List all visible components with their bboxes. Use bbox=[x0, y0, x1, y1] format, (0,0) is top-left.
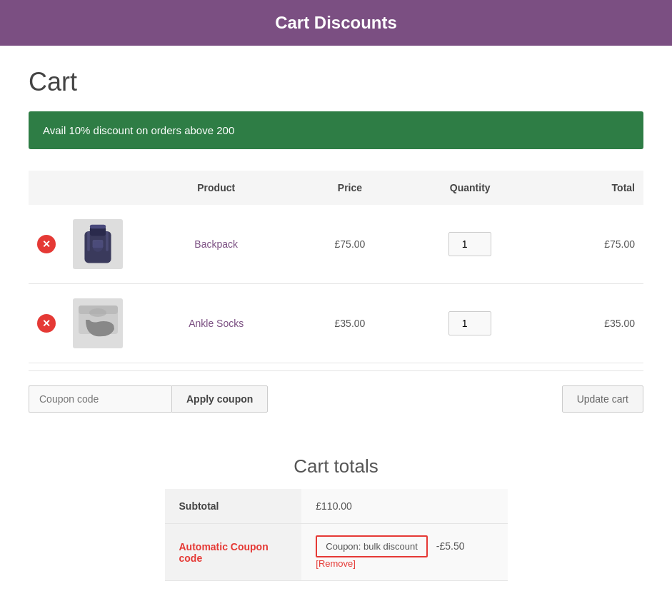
backpack-name[interactable]: Backpack bbox=[136, 205, 296, 284]
coupon-left: Apply coupon bbox=[29, 385, 268, 413]
cart-row-backpack: ✕ bbox=[29, 205, 643, 284]
coupon-row-totals: Automatic Coupon code Coupon: bulk disco… bbox=[165, 524, 508, 581]
cart-table: Product Price Quantity Total ✕ bbox=[29, 171, 643, 363]
svg-point-6 bbox=[93, 241, 104, 251]
cart-totals-table: Subtotal £110.00 Automatic Coupon code C… bbox=[165, 489, 508, 581]
subtotal-row: Subtotal £110.00 bbox=[165, 489, 508, 524]
page-content: Cart Avail 10% discount on orders above … bbox=[0, 46, 672, 602]
svg-point-9 bbox=[89, 308, 106, 317]
discount-notice: Avail 10% discount on orders above 200 bbox=[29, 111, 643, 149]
remove-socks-cell: ✕ bbox=[29, 284, 64, 363]
cart-table-header: Product Price Quantity Total bbox=[29, 171, 643, 205]
socks-qty-input[interactable] bbox=[448, 311, 491, 335]
cart-row-ankle-socks: ✕ Ankle Socks bbox=[29, 284, 643, 363]
remove-coupon-link[interactable]: [Remove] bbox=[316, 558, 356, 569]
col-remove-header bbox=[29, 171, 64, 205]
col-total-header: Total bbox=[537, 171, 643, 205]
remove-socks-button[interactable]: ✕ bbox=[37, 314, 56, 333]
coupon-label: Automatic Coupon code bbox=[165, 524, 302, 581]
coupon-input[interactable] bbox=[29, 385, 171, 413]
backpack-image-cell bbox=[64, 205, 136, 284]
coupon-code-cell: Coupon: bulk discount -£5.50 [Remove] bbox=[301, 524, 507, 581]
subtotal-label: Subtotal bbox=[165, 489, 302, 524]
socks-image bbox=[73, 298, 123, 348]
col-price-header: Price bbox=[296, 171, 403, 205]
svg-rect-5 bbox=[90, 224, 106, 228]
subtotal-value: £110.00 bbox=[301, 489, 507, 524]
site-title: Cart Discounts bbox=[14, 13, 658, 33]
backpack-total: £75.00 bbox=[537, 205, 643, 284]
socks-price: £35.00 bbox=[296, 284, 403, 363]
page-title: Cart bbox=[29, 67, 643, 97]
backpack-price: £75.00 bbox=[296, 205, 403, 284]
socks-image-cell bbox=[64, 284, 136, 363]
svg-rect-4 bbox=[106, 231, 109, 251]
site-header: Cart Discounts bbox=[0, 0, 672, 46]
cart-totals-section: Cart totals Subtotal £110.00 Automatic C… bbox=[29, 455, 643, 581]
backpack-image bbox=[73, 219, 123, 269]
coupon-code-badge: Coupon: bulk discount bbox=[316, 535, 428, 557]
svg-rect-3 bbox=[87, 231, 90, 251]
socks-name[interactable]: Ankle Socks bbox=[136, 284, 296, 363]
update-cart-button[interactable]: Update cart bbox=[562, 385, 643, 413]
socks-total: £35.00 bbox=[537, 284, 643, 363]
discount-amount: -£5.50 bbox=[436, 540, 465, 552]
socks-qty-cell bbox=[403, 284, 537, 363]
coupon-row: Apply coupon Update cart bbox=[29, 370, 643, 427]
backpack-qty-cell bbox=[403, 205, 537, 284]
apply-coupon-button[interactable]: Apply coupon bbox=[171, 385, 268, 413]
remove-backpack-button[interactable]: ✕ bbox=[37, 235, 56, 253]
col-product-header: Product bbox=[136, 171, 296, 205]
col-qty-header: Quantity bbox=[403, 171, 537, 205]
backpack-qty-input[interactable] bbox=[448, 232, 491, 256]
remove-backpack-cell: ✕ bbox=[29, 205, 64, 284]
backpack-svg bbox=[76, 221, 119, 268]
col-image-header bbox=[64, 171, 136, 205]
cart-totals-title: Cart totals bbox=[294, 455, 378, 478]
socks-svg bbox=[75, 302, 121, 345]
